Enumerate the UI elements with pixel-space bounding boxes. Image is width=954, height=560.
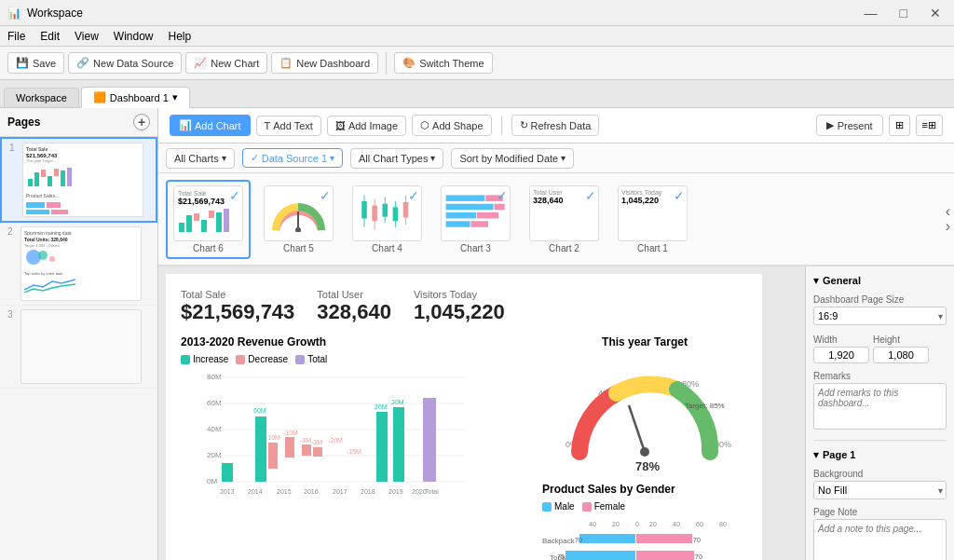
save-button[interactable]: 💾 Save <box>7 52 64 74</box>
pages-title: Pages <box>7 116 40 129</box>
svg-text:60: 60 <box>696 521 703 527</box>
props-divider <box>813 440 947 441</box>
add-chart-button[interactable]: 📊 Add Chart <box>170 115 251 136</box>
svg-rect-30 <box>393 207 399 221</box>
list-view-button[interactable]: ≡⊞ <box>916 115 943 136</box>
dashboard-tab-dropdown-icon[interactable]: ▾ <box>172 91 178 103</box>
pages-panel: Pages + 1 Total Sale $21,569,743 This ye… <box>0 108 158 560</box>
page-thumb-1: Total Sale $21,569,743 This year Target.… <box>22 143 143 217</box>
dashboard-page: Total Sale $21,569,743 Total User 328,64… <box>166 274 762 560</box>
add-shape-button[interactable]: ⬡ Add Shape <box>412 115 491 136</box>
svg-text:Total: Total <box>425 488 439 495</box>
chart-nav-next[interactable]: › <box>946 219 950 234</box>
svg-text:60M: 60M <box>253 407 266 414</box>
chart-item-1[interactable]: ✓ Visitors Today 1,045,220 Chart 1 <box>612 182 693 257</box>
legend-increase: Increase <box>181 354 228 364</box>
chart-4-label: Chart 4 <box>372 243 402 253</box>
menu-window[interactable]: Window <box>114 30 154 43</box>
chart-nav-prev[interactable]: ‹ <box>946 204 950 219</box>
check-icon: ✓ <box>251 152 259 164</box>
dashboard-stats: Total Sale $21,569,743 Total User 328,64… <box>181 289 747 324</box>
page-size-select[interactable]: 16:9 <box>813 307 947 325</box>
svg-point-12 <box>38 251 48 260</box>
gauge-chart: This year Target 0% 40% 80% 100% <box>542 335 747 475</box>
tab-dashboard1[interactable]: 🟧 Dashboard 1 ▾ <box>81 87 190 108</box>
chart-item-4[interactable]: ✓ Chart 4 <box>347 182 428 257</box>
minimize-button[interactable]: — <box>859 4 883 22</box>
page-num-1: 1 <box>9 143 19 153</box>
chart-3-label: Chart 3 <box>460 243 491 253</box>
tab-workspace[interactable]: Workspace <box>4 88 79 107</box>
tabbar: Workspace 🟧 Dashboard 1 ▾ <box>0 80 954 108</box>
datasource-filter[interactable]: ✓ Data Source 1 ▾ <box>242 148 343 168</box>
properties-panel: ▾ General Dashboard Page Size 16:9 ▾ Wid… <box>805 266 954 560</box>
svg-rect-26 <box>372 205 377 221</box>
maximize-button[interactable]: □ <box>894 4 913 22</box>
refresh-data-button[interactable]: ↻ Refresh Data <box>511 115 600 136</box>
chart-1-label: Chart 1 <box>637 243 668 253</box>
switch-theme-button[interactable]: 🎨 Switch Theme <box>394 52 493 74</box>
page-item-3[interactable]: 3 <box>0 306 157 389</box>
menu-view[interactable]: View <box>75 30 99 43</box>
dashboard-charts-row: 2013-2020 Revenue Growth Increase Decrea… <box>181 335 747 560</box>
chart-item-2[interactable]: ✓ Total User 328,640 Chart 2 <box>524 182 605 257</box>
svg-text:-10M: -10M <box>283 430 298 436</box>
dimension-row: Width Height <box>813 329 947 363</box>
add-page-button[interactable]: + <box>133 114 150 130</box>
width-input[interactable] <box>813 347 869 363</box>
menu-edit[interactable]: Edit <box>40 30 60 43</box>
svg-text:2016: 2016 <box>304 488 319 495</box>
background-select[interactable]: No Fill <box>813 481 947 499</box>
page-thumb-2: Sportmen training data Total Units: 328,… <box>20 226 142 301</box>
all-charts-filter[interactable]: All Charts ▾ <box>166 148 235 169</box>
page-note-textarea[interactable] <box>813 519 947 560</box>
background-label: Background <box>813 469 947 479</box>
svg-text:Target: 85%: Target: 85% <box>685 402 725 410</box>
gauge-svg: 0% 40% 80% 100% <box>547 354 743 475</box>
svg-text:2018: 2018 <box>361 488 375 495</box>
svg-text:-10M: -10M <box>266 434 280 441</box>
chart-item-3[interactable]: ✓ Chart 3 <box>435 182 516 257</box>
svg-rect-56 <box>313 447 322 457</box>
chart-2-label: Chart 2 <box>549 243 579 253</box>
present-button[interactable]: ▶ Present <box>816 115 883 136</box>
menu-file[interactable]: File <box>7 30 25 43</box>
general-collapse-icon[interactable]: ▾ <box>813 274 819 287</box>
svg-rect-36 <box>495 203 505 209</box>
grid-view-button[interactable]: ⊞ <box>889 115 910 136</box>
svg-text:-20M: -20M <box>328 437 343 444</box>
chart-item-6[interactable]: ✓ Total Sale $21,569,743 <box>166 180 251 259</box>
new-dashboard-button[interactable]: 📋 New Dashboard <box>271 52 378 74</box>
new-chart-button[interactable]: 📈 New Chart <box>185 52 267 74</box>
new-data-source-button[interactable]: 🔗 New Data Source <box>68 52 182 74</box>
svg-rect-17 <box>201 220 207 232</box>
chart-item-5[interactable]: ✓ Chart 5 <box>258 182 339 257</box>
chart-thumb-6: ✓ Total Sale $21,569,743 <box>173 185 243 241</box>
chart-thumb-5: ✓ <box>264 185 334 241</box>
svg-text:20: 20 <box>612 521 620 527</box>
svg-text:Backpack: Backpack <box>542 537 576 545</box>
svg-text:2017: 2017 <box>333 488 348 495</box>
add-text-button[interactable]: T Add Text <box>256 116 321 136</box>
svg-text:0M: 0M <box>207 477 217 485</box>
product-legend: Male Female <box>542 501 747 512</box>
page-item-1[interactable]: 1 Total Sale $21,569,743 This year Targe… <box>0 137 157 223</box>
height-input[interactable] <box>873 347 929 363</box>
svg-rect-37 <box>446 212 476 217</box>
svg-rect-16 <box>194 213 199 221</box>
page-item-2[interactable]: 2 Sportmen training data Total Units: 32… <box>0 223 157 306</box>
add-image-button[interactable]: 🖼 Add Image <box>327 116 406 136</box>
remarks-textarea[interactable] <box>813 383 947 430</box>
svg-rect-53 <box>268 443 278 469</box>
svg-rect-2 <box>41 170 46 177</box>
page1-collapse-icon[interactable]: ▾ <box>813 448 819 461</box>
menu-help[interactable]: Help <box>169 30 192 43</box>
sort-filter[interactable]: Sort by Modified Date ▾ <box>451 148 574 169</box>
chart-toolbar-sep <box>501 116 502 135</box>
close-button[interactable]: ✕ <box>924 4 947 22</box>
revenue-chart: 2013-2020 Revenue Growth Increase Decrea… <box>181 335 527 560</box>
svg-text:2015: 2015 <box>277 488 292 495</box>
page1-section-title: Page 1 <box>823 449 855 460</box>
svg-text:40: 40 <box>673 521 680 527</box>
chart-types-filter[interactable]: All Chart Types ▾ <box>350 148 443 169</box>
